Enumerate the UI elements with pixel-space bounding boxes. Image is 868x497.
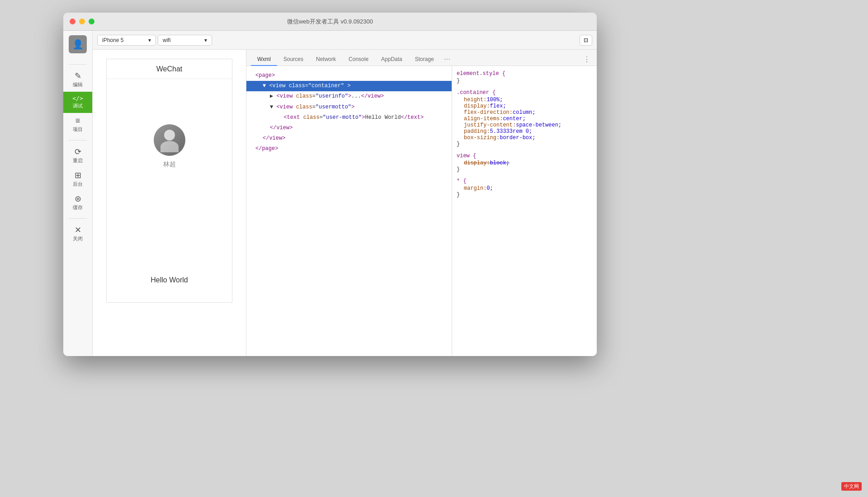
- inspect-icon: ⊡: [584, 37, 588, 43]
- tab-sources[interactable]: Sources: [277, 53, 310, 66]
- network-dropdown-icon: ▾: [204, 37, 207, 43]
- styles-panel: element.style { } .container { height:10…: [452, 66, 597, 356]
- style-brace-star: }: [457, 192, 592, 198]
- tab-storage[interactable]: Storage: [409, 53, 440, 66]
- main-area: 👤 ✎ 编辑 </> 调试 ≡ 项目 ⟳ 重启 ⊞ 后台: [63, 31, 597, 356]
- device-label: iPhone 5: [102, 37, 123, 43]
- style-brace-container: }: [457, 141, 592, 147]
- content-body: WeChat 林超 Hello World: [93, 50, 597, 356]
- dom-line-page-close[interactable]: </page>: [246, 144, 452, 154]
- app-window: 微信web开发者工具 v0.9.092300 👤 ✎ 编辑 </> 调试 ≡ 项…: [63, 13, 597, 356]
- close-icon: ✕: [75, 226, 81, 234]
- phone-title-bar: WeChat: [107, 59, 232, 79]
- style-prop-display: display:flex;: [464, 103, 592, 109]
- window-title: 微信web开发者工具 v0.9.092300: [287, 18, 373, 26]
- cache-icon: ⊛: [75, 195, 81, 203]
- network-label: wifi: [163, 37, 170, 43]
- avatar: 👤: [69, 35, 87, 53]
- sidebar-divider-2: [69, 140, 87, 141]
- user-section: 林超: [154, 124, 185, 169]
- sidebar-project-label: 项目: [73, 126, 83, 133]
- phone-title: WeChat: [156, 65, 183, 73]
- restart-icon: ⟳: [75, 148, 81, 156]
- user-avatar: [154, 124, 185, 156]
- tab-appdata[interactable]: AppData: [375, 53, 409, 66]
- style-rule-star: * { margin:0; }: [457, 178, 592, 198]
- dom-line-view-container-close[interactable]: </view>: [246, 133, 452, 144]
- sidebar-backend-label: 后台: [73, 181, 83, 188]
- sidebar-edit-label: 编辑: [73, 81, 83, 88]
- sidebar-divider: [69, 64, 87, 65]
- content-area: iPhone 5 ▾ wifi ▾ ⊡ WeChat: [93, 31, 597, 356]
- tab-network[interactable]: Network: [310, 53, 342, 66]
- sidebar-debug-label: 调试: [73, 103, 83, 109]
- devtools-tabs: Wxml Sources Network Console AppData: [246, 50, 597, 66]
- style-rule-view: view { display:block; }: [457, 153, 592, 173]
- hello-world-text: Hello World: [151, 276, 188, 284]
- dom-line-view-container[interactable]: ▼ <view class="container" >: [246, 81, 452, 91]
- backend-icon: ⊞: [75, 171, 81, 179]
- device-dropdown-icon: ▾: [148, 37, 151, 43]
- sidebar-item-debug[interactable]: </> 调试: [63, 92, 92, 113]
- close-button[interactable]: [70, 19, 75, 24]
- sidebar-item-project[interactable]: ≡ 项目: [63, 113, 92, 136]
- phone-simulator: WeChat 林超 Hello World: [93, 50, 246, 356]
- devtools-settings-button[interactable]: ⋮: [581, 53, 592, 66]
- sidebar-item-close[interactable]: ✕ 关闭: [63, 222, 92, 246]
- debug-icon: </>: [72, 95, 83, 101]
- sidebar-close-label: 关闭: [73, 235, 83, 242]
- sidebar: 👤 ✎ 编辑 </> 调试 ≡ 项目 ⟳ 重启 ⊞ 后台: [63, 31, 93, 356]
- style-prop-align-items: align-items:center;: [464, 116, 592, 122]
- style-prop-height: height:100%;: [464, 97, 592, 103]
- sidebar-item-backend[interactable]: ⊞ 后台: [63, 168, 92, 191]
- devtools-content: <page> ▼ <view class="container" > ▶ <vi…: [246, 66, 597, 356]
- style-prop-flex-direction: flex-direction:column;: [464, 109, 592, 116]
- sidebar-restart-label: 重启: [73, 157, 83, 164]
- style-selector-view: view {: [457, 153, 592, 159]
- style-selector-element: element.style {: [457, 70, 592, 77]
- sidebar-divider-3: [69, 218, 87, 219]
- sidebar-item-restart[interactable]: ⟳ 重启: [63, 144, 92, 168]
- phone-content: 林超 Hello World: [107, 79, 232, 302]
- minimize-button[interactable]: [79, 19, 85, 24]
- dom-line-page-open[interactable]: <page>: [246, 70, 452, 81]
- style-brace-view: }: [457, 166, 592, 173]
- traffic-lights: [70, 19, 94, 24]
- style-selector-star: * {: [457, 178, 592, 184]
- dom-line-view-usermotto[interactable]: ▼ <view class="usermotto">: [246, 102, 452, 113]
- devtools-panel: Wxml Sources Network Console AppData: [246, 50, 597, 356]
- phone-screen: WeChat 林超 Hello World: [106, 59, 232, 303]
- sidebar-item-cache[interactable]: ⊛ 缓存: [63, 191, 92, 215]
- network-selector[interactable]: wifi ▾: [158, 35, 212, 46]
- tab-console[interactable]: Console: [342, 53, 375, 66]
- dom-line-text-user-motto[interactable]: <text class="user-motto">Hello World</te…: [246, 113, 452, 123]
- more-tabs-button[interactable]: ⋯: [440, 53, 454, 66]
- dom-tree[interactable]: <page> ▼ <view class="container" > ▶ <vi…: [246, 66, 452, 356]
- style-prop-display-view: display:block;: [464, 160, 592, 166]
- maximize-button[interactable]: [89, 19, 94, 24]
- dom-line-view-userinfo[interactable]: ▶ <view class="userinfo">...</view>: [246, 91, 452, 102]
- style-rule-element: element.style { }: [457, 70, 592, 84]
- toolbar: iPhone 5 ▾ wifi ▾ ⊡: [93, 31, 597, 50]
- user-name: 林超: [163, 160, 176, 169]
- device-selector[interactable]: iPhone 5 ▾: [97, 35, 156, 46]
- inspect-button[interactable]: ⊡: [580, 35, 592, 46]
- style-prop-margin: margin:0;: [464, 185, 592, 192]
- style-prop-padding: padding:5.33333rem 0;: [464, 128, 592, 135]
- titlebar: 微信web开发者工具 v0.9.092300: [63, 13, 597, 31]
- style-brace-element: }: [457, 78, 592, 84]
- style-prop-justify-content: justify-content:space-between;: [464, 122, 592, 128]
- dom-line-view-close[interactable]: </view>: [246, 123, 452, 133]
- watermark: 中文网: [841, 482, 862, 491]
- style-prop-box-sizing: box-sizing:border-box;: [464, 135, 592, 141]
- project-icon: ≡: [75, 117, 80, 125]
- style-rule-container: .container { height:100%; display:flex; …: [457, 89, 592, 147]
- edit-icon: ✎: [75, 72, 81, 80]
- tab-wxml[interactable]: Wxml: [251, 53, 277, 66]
- sidebar-item-edit[interactable]: ✎ 编辑: [63, 68, 92, 92]
- style-selector-container: .container {: [457, 89, 592, 96]
- sidebar-cache-label: 缓存: [73, 204, 83, 211]
